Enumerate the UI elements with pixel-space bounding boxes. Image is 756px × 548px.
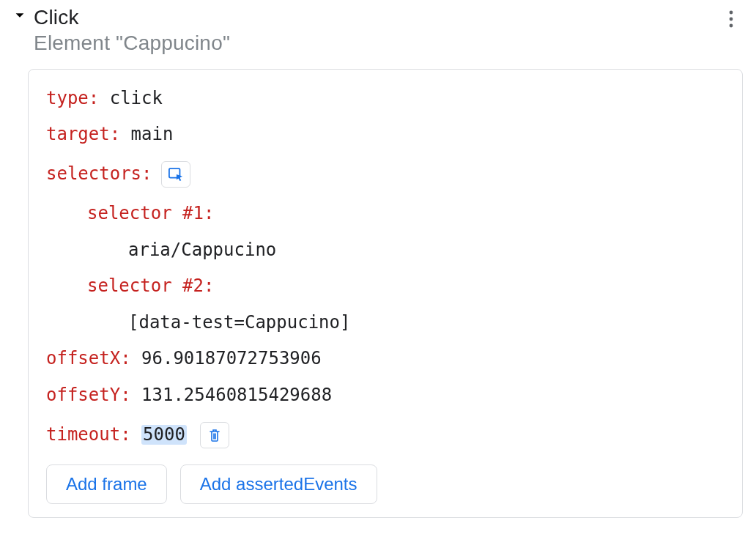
selector-label: selector #2 — [87, 276, 204, 297]
svg-point-2 — [730, 24, 733, 28]
add-frame-button[interactable]: Add frame — [46, 464, 167, 504]
selector-picker-icon — [168, 167, 184, 182]
prop-key: timeout — [46, 425, 120, 445]
selector-value: aria/Cappucino — [128, 240, 276, 261]
prop-offsetx[interactable]: offsetX: 96.90187072753906 — [46, 349, 724, 369]
prop-offsety[interactable]: offsetY: 131.25460815429688 — [46, 385, 724, 406]
prop-key: type — [46, 89, 89, 109]
add-asserted-events-button[interactable]: Add assertedEvents — [180, 464, 377, 504]
step-more-menu[interactable] — [716, 6, 746, 32]
prop-selectors[interactable]: selectors: — [46, 161, 724, 188]
prop-key: target — [46, 125, 110, 145]
trash-icon — [208, 428, 221, 443]
prop-target[interactable]: target: main — [46, 125, 724, 145]
prop-value: main — [131, 125, 174, 145]
selector-item-2-value[interactable]: [data-test=Cappucino] — [46, 313, 724, 333]
prop-value: 131.25460815429688 — [141, 385, 332, 406]
selector-item-1-value[interactable]: aria/Cappucino — [46, 240, 724, 261]
selector-label: selector #1 — [87, 204, 204, 224]
chevron-down-icon — [13, 9, 26, 22]
svg-point-1 — [730, 18, 733, 21]
step-title: Click — [34, 6, 716, 29]
prop-timeout[interactable]: timeout: 5000 — [46, 422, 724, 448]
delete-timeout-button[interactable] — [200, 422, 229, 448]
prop-value: click — [110, 89, 163, 109]
expand-collapse-toggle[interactable] — [13, 6, 29, 22]
prop-key: selectors — [46, 164, 141, 185]
pick-selector-button[interactable] — [161, 161, 190, 188]
svg-point-0 — [730, 11, 733, 15]
prop-key: offsetX — [46, 349, 120, 369]
prop-value: 96.90187072753906 — [141, 349, 322, 369]
prop-value[interactable]: 5000 — [141, 425, 187, 445]
kebab-icon — [728, 10, 734, 29]
step-subtitle: Element "Cappucino" — [34, 31, 716, 56]
selector-item-1-label[interactable]: selector #1: — [46, 204, 724, 224]
prop-type[interactable]: type: click — [46, 89, 724, 109]
selector-value: [data-test=Cappucino] — [128, 313, 350, 333]
step-details-panel: type: click target: main selectors: sele… — [28, 69, 743, 518]
selector-item-2-label[interactable]: selector #2: — [46, 276, 724, 297]
prop-key: offsetY — [46, 385, 120, 406]
